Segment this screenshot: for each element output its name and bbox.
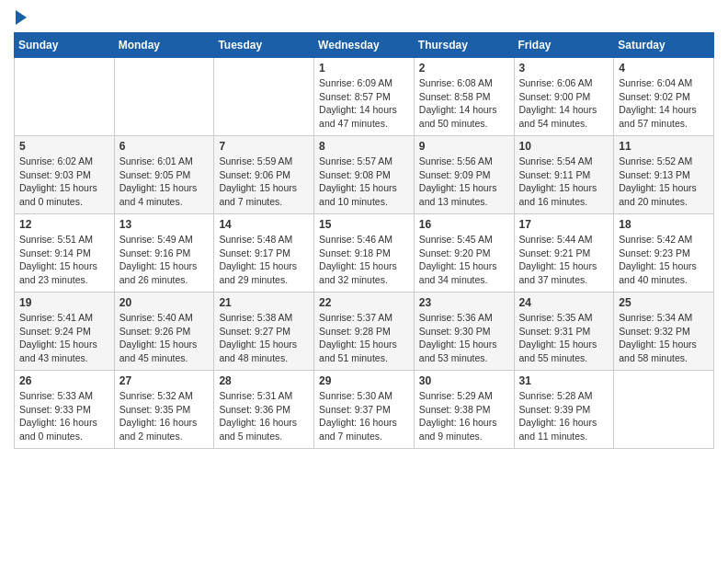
weekday-header-tuesday: Tuesday <box>214 33 314 58</box>
calendar-cell: 14Sunrise: 5:48 AM Sunset: 9:17 PM Dayli… <box>214 214 314 293</box>
calendar-row: 5Sunrise: 6:02 AM Sunset: 9:03 PM Daylig… <box>15 136 714 214</box>
calendar-cell: 19Sunrise: 5:41 AM Sunset: 9:24 PM Dayli… <box>15 293 115 371</box>
calendar-cell: 18Sunrise: 5:42 AM Sunset: 9:23 PM Dayli… <box>614 214 714 293</box>
day-info: Sunrise: 5:45 AM Sunset: 9:20 PM Dayligh… <box>419 233 509 287</box>
day-info: Sunrise: 5:40 AM Sunset: 9:26 PM Dayligh… <box>119 311 210 365</box>
day-info: Sunrise: 5:36 AM Sunset: 9:30 PM Dayligh… <box>419 311 509 365</box>
calendar-cell: 5Sunrise: 6:02 AM Sunset: 9:03 PM Daylig… <box>15 136 115 214</box>
day-info: Sunrise: 6:08 AM Sunset: 8:58 PM Dayligh… <box>419 76 509 131</box>
day-info: Sunrise: 5:33 AM Sunset: 9:33 PM Dayligh… <box>19 389 109 443</box>
day-number: 24 <box>519 296 609 309</box>
day-info: Sunrise: 6:04 AM Sunset: 9:02 PM Dayligh… <box>619 76 709 131</box>
day-number: 8 <box>319 140 409 153</box>
day-number: 10 <box>519 140 609 153</box>
weekday-header-monday: Monday <box>114 33 214 58</box>
day-number: 4 <box>619 62 709 75</box>
day-number: 3 <box>519 62 609 75</box>
day-number: 20 <box>119 296 210 309</box>
day-info: Sunrise: 6:06 AM Sunset: 9:00 PM Dayligh… <box>519 76 609 131</box>
day-info: Sunrise: 5:44 AM Sunset: 9:21 PM Dayligh… <box>519 233 609 287</box>
calendar-cell: 12Sunrise: 5:51 AM Sunset: 9:14 PM Dayli… <box>15 214 115 293</box>
day-info: Sunrise: 5:57 AM Sunset: 9:08 PM Dayligh… <box>319 155 409 209</box>
day-number: 7 <box>219 140 309 153</box>
day-number: 13 <box>119 218 210 231</box>
day-number: 5 <box>19 140 109 153</box>
calendar-cell: 22Sunrise: 5:37 AM Sunset: 9:28 PM Dayli… <box>314 293 415 371</box>
calendar-cell: 4Sunrise: 6:04 AM Sunset: 9:02 PM Daylig… <box>614 58 714 136</box>
weekday-header-friday: Friday <box>514 33 614 58</box>
day-info: Sunrise: 6:02 AM Sunset: 9:03 PM Dayligh… <box>19 155 109 209</box>
day-info: Sunrise: 5:35 AM Sunset: 9:31 PM Dayligh… <box>519 311 609 365</box>
day-info: Sunrise: 5:56 AM Sunset: 9:09 PM Dayligh… <box>419 155 509 209</box>
weekday-header-saturday: Saturday <box>614 33 714 58</box>
day-info: Sunrise: 5:52 AM Sunset: 9:13 PM Dayligh… <box>619 155 709 209</box>
day-number: 1 <box>319 62 409 75</box>
day-number: 15 <box>319 218 409 231</box>
calendar-cell <box>114 58 214 136</box>
calendar-cell: 31Sunrise: 5:28 AM Sunset: 9:39 PM Dayli… <box>514 371 614 449</box>
weekday-header-sunday: Sunday <box>15 33 115 58</box>
day-info: Sunrise: 5:54 AM Sunset: 9:11 PM Dayligh… <box>519 155 609 209</box>
day-number: 9 <box>419 140 509 153</box>
calendar-cell: 15Sunrise: 5:46 AM Sunset: 9:18 PM Dayli… <box>314 214 415 293</box>
day-number: 28 <box>219 374 309 387</box>
calendar-cell: 11Sunrise: 5:52 AM Sunset: 9:13 PM Dayli… <box>614 136 714 214</box>
day-info: Sunrise: 6:01 AM Sunset: 9:05 PM Dayligh… <box>119 155 210 209</box>
calendar-cell: 3Sunrise: 6:06 AM Sunset: 9:00 PM Daylig… <box>514 58 614 136</box>
calendar-cell: 25Sunrise: 5:34 AM Sunset: 9:32 PM Dayli… <box>614 293 714 371</box>
day-number: 14 <box>219 218 309 231</box>
calendar-cell: 16Sunrise: 5:45 AM Sunset: 9:20 PM Dayli… <box>414 214 514 293</box>
day-number: 12 <box>19 218 109 231</box>
day-number: 27 <box>119 374 210 387</box>
day-info: Sunrise: 5:51 AM Sunset: 9:14 PM Dayligh… <box>19 233 109 287</box>
page-header <box>14 14 714 23</box>
calendar-cell: 28Sunrise: 5:31 AM Sunset: 9:36 PM Dayli… <box>214 371 314 449</box>
weekday-header-thursday: Thursday <box>414 33 514 58</box>
calendar-row: 26Sunrise: 5:33 AM Sunset: 9:33 PM Dayli… <box>15 371 714 449</box>
logo-arrow-icon <box>16 10 27 25</box>
calendar-cell: 10Sunrise: 5:54 AM Sunset: 9:11 PM Dayli… <box>514 136 614 214</box>
weekday-header-wednesday: Wednesday <box>314 33 415 58</box>
day-number: 19 <box>19 296 109 309</box>
day-info: Sunrise: 5:49 AM Sunset: 9:16 PM Dayligh… <box>119 233 210 287</box>
day-info: Sunrise: 5:37 AM Sunset: 9:28 PM Dayligh… <box>319 311 409 365</box>
day-number: 26 <box>19 374 109 387</box>
day-number: 23 <box>419 296 509 309</box>
calendar-cell <box>214 58 314 136</box>
day-info: Sunrise: 5:29 AM Sunset: 9:38 PM Dayligh… <box>419 389 509 443</box>
day-info: Sunrise: 6:09 AM Sunset: 8:57 PM Dayligh… <box>319 76 409 131</box>
day-number: 16 <box>419 218 509 231</box>
calendar-cell: 1Sunrise: 6:09 AM Sunset: 8:57 PM Daylig… <box>314 58 415 136</box>
calendar-row: 19Sunrise: 5:41 AM Sunset: 9:24 PM Dayli… <box>15 293 714 371</box>
day-number: 22 <box>319 296 409 309</box>
day-number: 6 <box>119 140 210 153</box>
day-info: Sunrise: 5:48 AM Sunset: 9:17 PM Dayligh… <box>219 233 309 287</box>
calendar-cell: 20Sunrise: 5:40 AM Sunset: 9:26 PM Dayli… <box>114 293 214 371</box>
day-info: Sunrise: 5:34 AM Sunset: 9:32 PM Dayligh… <box>619 311 709 365</box>
calendar-cell: 24Sunrise: 5:35 AM Sunset: 9:31 PM Dayli… <box>514 293 614 371</box>
day-info: Sunrise: 5:28 AM Sunset: 9:39 PM Dayligh… <box>519 389 609 443</box>
day-info: Sunrise: 5:42 AM Sunset: 9:23 PM Dayligh… <box>619 233 709 287</box>
calendar-table: SundayMondayTuesdayWednesdayThursdayFrid… <box>14 32 714 449</box>
calendar-cell: 27Sunrise: 5:32 AM Sunset: 9:35 PM Dayli… <box>114 371 214 449</box>
day-number: 2 <box>419 62 509 75</box>
calendar-cell: 21Sunrise: 5:38 AM Sunset: 9:27 PM Dayli… <box>214 293 314 371</box>
calendar-header-row: SundayMondayTuesdayWednesdayThursdayFrid… <box>15 33 714 58</box>
calendar-cell: 30Sunrise: 5:29 AM Sunset: 9:38 PM Dayli… <box>414 371 514 449</box>
day-number: 21 <box>219 296 309 309</box>
calendar-cell: 9Sunrise: 5:56 AM Sunset: 9:09 PM Daylig… <box>414 136 514 214</box>
day-info: Sunrise: 5:46 AM Sunset: 9:18 PM Dayligh… <box>319 233 409 287</box>
calendar-cell: 29Sunrise: 5:30 AM Sunset: 9:37 PM Dayli… <box>314 371 415 449</box>
calendar-cell: 2Sunrise: 6:08 AM Sunset: 8:58 PM Daylig… <box>414 58 514 136</box>
day-info: Sunrise: 5:30 AM Sunset: 9:37 PM Dayligh… <box>319 389 409 443</box>
day-number: 11 <box>619 140 709 153</box>
day-info: Sunrise: 5:32 AM Sunset: 9:35 PM Dayligh… <box>119 389 210 443</box>
calendar-row: 12Sunrise: 5:51 AM Sunset: 9:14 PM Dayli… <box>15 214 714 293</box>
day-number: 29 <box>319 374 409 387</box>
calendar-cell: 13Sunrise: 5:49 AM Sunset: 9:16 PM Dayli… <box>114 214 214 293</box>
day-info: Sunrise: 5:31 AM Sunset: 9:36 PM Dayligh… <box>219 389 309 443</box>
calendar-cell: 7Sunrise: 5:59 AM Sunset: 9:06 PM Daylig… <box>214 136 314 214</box>
day-number: 30 <box>419 374 509 387</box>
calendar-cell <box>15 58 115 136</box>
calendar-cell: 26Sunrise: 5:33 AM Sunset: 9:33 PM Dayli… <box>15 371 115 449</box>
